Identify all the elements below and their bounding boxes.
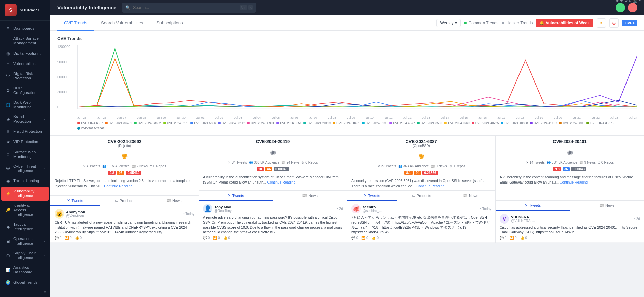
card-tab-products-0[interactable]: 🏷 Products [100,196,149,206]
tab-subscriptions[interactable]: Subscriptions [150,15,189,31]
spider-icon-0: ✺ [121,152,128,161]
tweet-like-2[interactable]: 👍 0 [372,236,379,240]
expand-arrow-identity-access: › [44,208,45,212]
tweet-comment-0[interactable]: 💬 2 [55,236,61,240]
card-spider-2: ✺ [347,150,495,163]
legend-dot-cve6 [218,122,221,124]
legend-dot-cve2 [105,122,108,124]
logo-text: SOCRadar [20,8,39,12]
tab-cve-trends[interactable]: CVE Trends [57,15,94,31]
x-label: Jun 30 [177,116,186,119]
sidebar-logo: S SOCRadar [0,0,50,21]
card-tab-products-2[interactable]: 🏷 Products [397,191,446,201]
legend-item-cve18: CVE-2024-5805 [559,121,584,125]
card-tab-news-3[interactable]: 📰 News [570,201,644,211]
sidebar-item-supply-chain[interactable]: ⬡ Supply Chain Intelligence › [1,249,49,263]
continue-reading-0[interactable]: Continue Reading [104,184,132,188]
stat-news-3: 📰9 News [579,161,596,164]
card-cve-id-2: CVE-2024-6387 [352,139,491,144]
chart-x-labels: Jun 25Jun 26Jun 27Jun 28Jun 29Jun 30Jul … [77,116,637,119]
tweet-like-3[interactable]: 👍 0 [520,236,527,240]
card-tabs-3: ✕ Tweets 📰 News [496,200,644,211]
search-input[interactable] [133,5,237,10]
vulnerabilities-of-week-button[interactable]: 🔔 Vulnerabilities of Week [536,19,593,27]
sidebar-icon-drp-config: ⚙ [5,88,11,93]
legend-dot-cve18 [559,122,562,124]
card-tab-tweets-2[interactable]: ✕ Tweets [347,191,397,201]
star-icon-button[interactable]: ☀ [597,18,606,28]
sidebar-item-attack-surface[interactable]: ⊕ Attack Surface Management › [1,34,49,48]
sidebar-item-digital-footprint[interactable]: ◎ Digital Footprint [1,48,49,59]
tweet-retweet-3[interactable]: 🔁 0 [510,236,516,240]
sidebar-item-cyber-threat[interactable]: ⦿ Cyber Threat Intelligence › [1,162,49,176]
sidebar-item-tactical[interactable]: ◆ Tactical Intelligence [1,220,49,234]
tweet-comment-1[interactable]: 💬 0 [203,236,210,240]
sidebar-label-fraud-protection: Fraud Protection [13,129,45,134]
chart-area [77,45,637,109]
tweet-like-1[interactable]: 👍 0 [223,236,230,240]
y-label-3: 600000 [57,75,70,79]
tweet-like-0[interactable]: 👍 0 [75,236,82,240]
legend-dot-cve17 [530,122,533,124]
legend-dot-cve1 [77,122,80,124]
card-tab-news-0[interactable]: 📰 News [149,196,199,206]
tweet-avatar-0: 🐱 [55,209,64,219]
tweet-retweet-1[interactable]: 🔁 0 [213,236,220,240]
card-tab-news-2[interactable]: 📰 News [446,191,495,201]
card-cve-id-3: CVE-2024-20401 [500,139,639,144]
continue-reading-2[interactable]: Continue Reading [416,184,444,188]
common-trends-toggle[interactable]: Common Trends [464,21,499,25]
plus-icon-button[interactable]: ⊕ [609,18,619,28]
tweet-retweet-0[interactable]: 🔁 0 [65,236,71,240]
sidebar-item-brand-protection[interactable]: ◈ Brand Protection › [1,112,49,126]
hacker-trends-toggle[interactable]: Hacker Trends [502,21,533,25]
card-tab-tweets-0[interactable]: ✕ Tweets [50,196,100,206]
legend-item-cve9: CVE-2024-20419 [303,121,331,125]
sidebar-item-vuln-intel[interactable]: ⚡ Vulnerability Intelligence [1,187,49,201]
card-tab-news-1[interactable]: 📰 News [273,191,347,201]
legend-item-cve20: CVE-2024-27867 [77,127,105,130]
score-badge: 0.00043 [274,167,289,171]
cve-card-0: CVE-2024-23692 (Rejetto) ✺ ✕4 Tweets 👥1.… [50,136,199,243]
sidebar-item-drp-config[interactable]: ⚙ DRP Configuration [1,84,49,98]
sidebar-item-digital-risk[interactable]: 🛡 Digital Risk Protection › [1,69,49,84]
search-icon: 🔍 [125,5,130,10]
sidebar-item-identity-access[interactable]: 🔑 Identity & Access Intelligence › [1,201,49,220]
legend-item-cve16: CVE-2024-40898 [501,121,528,125]
tweet-comment-3[interactable]: 💬 0 [500,236,506,240]
tweet-retweet-2[interactable]: 🔁 0 [361,236,368,240]
sidebar-item-surface-web[interactable]: ⊙ Surface Web Monitoring [1,147,49,162]
x-label: Jun 25 [77,116,86,119]
chart-svg [78,45,637,109]
cve-plus-button[interactable]: CVE+ [622,20,637,26]
sidebar-item-fraud-protection[interactable]: ⊗ Fraud Protection [1,127,49,137]
sidebar-item-vip-protection[interactable]: ★ VIP Protection [1,137,49,147]
sidebar-item-dark-web[interactable]: 🌐 Dark Web Monitoring › [1,98,49,112]
expand-arrow-cyber-threat: › [44,167,45,170]
legend-item-cve10: CVE-2024-20401 [333,121,360,125]
continue-reading-1[interactable]: Continue Reading [267,180,295,184]
tweet-item-3: V VULNERA... @VULNERAs... • 2d Cisco has… [496,211,644,243]
card-tab-tweets-1[interactable]: ✕ Tweets [199,191,273,201]
card-tab-tweets-3[interactable]: ✕ Tweets [496,201,570,211]
sidebar-item-vulnerabilities[interactable]: ⚠ Vulnerabilities [1,59,49,69]
tweet-comment-2[interactable]: 💬 0 [351,236,358,240]
stat-news-2: 📰0 News [431,164,447,168]
cve-card-1: CVE-2024-20419 ✺ ✕34 Tweets 👥366.8K Audi… [199,136,347,243]
tweet-time-2: • Today [480,207,491,211]
sidebar-item-operational[interactable]: ▣ Operational Intelligence › [1,234,49,249]
y-label-4: 900000 [57,60,70,64]
sidebar-label-drp-config: DRP Configuration [13,86,45,95]
sidebar-item-analytics[interactable]: 📊 Analytics Dashboard [1,263,49,277]
weekly-select[interactable]: Weekly ▾ [436,19,460,27]
sidebar-item-threat-hunting[interactable]: ◉ Threat Hunting [1,176,49,186]
sidebar-item-dashboards[interactable]: ⊞ Dashboards [1,24,49,34]
continue-reading-3[interactable]: Continue Reading [560,180,588,184]
x-label: Jul 12 [403,116,412,119]
sidebar-item-global-trends[interactable]: 🌍 Global Trends [1,277,49,287]
x-label: Jul 11 [385,116,393,119]
card-header-0: CVE-2024-23692 (Rejetto) [50,136,199,150]
tab-search-vuln[interactable]: Search Vulnerabilities [94,15,150,31]
stat-repos-0: ⊙0 Repos [150,164,166,168]
collapse-sidebar-button[interactable]: « [0,287,50,297]
